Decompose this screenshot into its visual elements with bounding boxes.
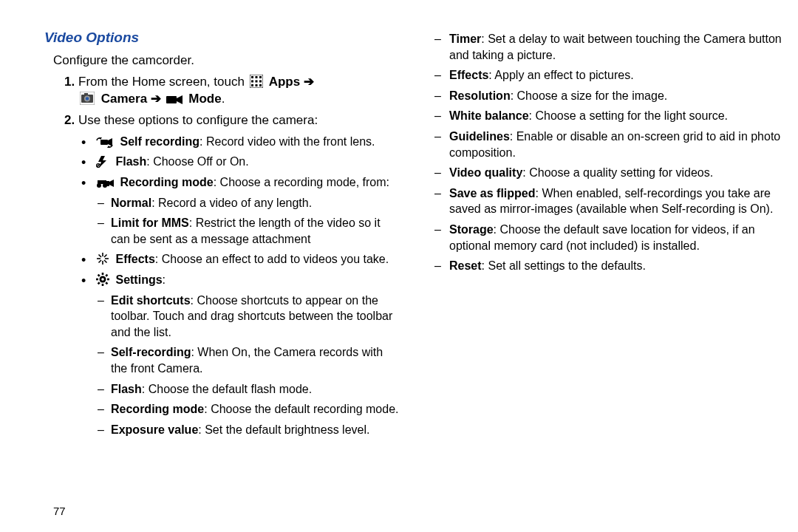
normal-desc: : Record a video of any length. [151,197,312,209]
flash2-label: Flash [111,383,142,395]
settings-sublist-continued: Timer: Set a delay to wait between touch… [429,31,783,274]
svg-rect-27 [106,181,109,186]
gear-icon [96,273,109,286]
selfrec2-label: Self-recording [111,346,191,358]
arrow2: ➔ [151,92,161,106]
step2-bullets: Self recording: Record video with the fr… [78,134,399,438]
svg-rect-8 [255,84,257,86]
svg-rect-41 [107,279,109,281]
step-1: From the Home screen, touch Apps ➔ Camer… [78,74,399,108]
whitebal-desc: : Choose a setting for the light source. [529,109,728,122]
resolution-label: Resolution [449,89,511,102]
saveflip-label: Save as flipped [449,187,536,200]
dash-limit-mms: Limit for MMS: Restrict the length of th… [95,215,399,247]
svg-rect-4 [251,81,253,83]
apps-grid-icon [250,75,263,88]
expval-label: Exposure value [111,423,198,436]
resolution-desc: : Choose a size for the image. [511,89,668,102]
dash-flash: Flash: Choose the default flash mode. [95,381,399,398]
effects-desc: : Choose an effect to add to videos you … [155,253,389,265]
storage-label: Storage [449,223,494,236]
svg-point-13 [86,97,89,100]
whitebal-label: White balance [449,109,529,122]
svg-rect-9 [259,84,262,86]
timer-label: Timer [449,33,481,45]
dash-edit-shortcuts: Edit shortcuts: Choose shortcuts to appe… [95,293,399,341]
step1-lead: From the Home screen, touch [78,75,245,89]
bullet-flash: Flash: Choose Off or On. [78,154,399,170]
svg-rect-45 [105,282,108,284]
camera-label: Camera [101,92,147,106]
svg-rect-15 [166,96,177,103]
self-recording-desc: : Record video with the front lens. [200,135,375,148]
dash-effects-r: Effects: Apply an effect to pictures. [429,67,783,83]
recmode2-desc: : Choose the default recording mode. [204,403,398,415]
dash-resolution: Resolution: Choose a size for the image. [429,88,783,104]
effects-icon [96,252,109,265]
settings-sublist: Edit shortcuts: Choose shortcuts to appe… [95,293,399,438]
arrow1: ➔ [304,75,314,89]
svg-rect-14 [84,93,88,95]
dash-storage: Storage: Choose the default save locatio… [429,222,783,253]
svg-line-35 [99,260,102,263]
expval-desc: : Set the default brightness level. [198,423,369,436]
svg-rect-3 [259,76,262,78]
svg-rect-1 [251,76,253,78]
settings-colon: : [163,273,166,286]
svg-rect-5 [255,81,257,83]
svg-rect-40 [96,279,98,281]
svg-line-34 [104,260,107,263]
dash-self-recording: Self-recording: When On, the Camera reco… [95,344,399,376]
vidqual-desc: : Choose a quality setting for videos. [522,166,713,179]
svg-marker-28 [109,180,114,187]
dash-exposure-value: Exposure value: Set the default brightne… [95,422,399,438]
svg-rect-42 [105,274,108,277]
svg-point-46 [101,278,104,281]
settings-label: Settings [115,273,162,286]
self-recording-label: Self recording [120,135,200,148]
step2-lead: Use these options to configure the camer… [78,113,318,127]
svg-rect-39 [102,284,104,286]
limitmms-label: Limit for MMS [111,216,189,229]
bullet-settings: Settings: Edit shortcuts: Choose shortcu… [78,272,399,437]
reset-desc: : Set all settings to the defaults. [482,259,646,272]
dash-normal: Normal: Record a video of any length. [95,195,399,211]
normal-label: Normal [111,197,151,209]
svg-rect-44 [98,274,100,277]
svg-rect-26 [98,180,106,184]
recording-mode-sublist: Normal: Record a video of any length. Li… [95,195,399,248]
camera-app-icon [80,92,95,105]
intro-text: Configure the camcorder. [53,53,399,68]
recording-mode-desc: : Choose a recording mode, from: [214,176,389,188]
recording-mode-label: Recording mode [120,176,213,188]
manual-page: Video Options Configure the camcorder. F… [0,0,798,532]
timer-desc: : Set a delay to wait between touching t… [449,33,782,61]
dash-guidelines: Guidelines: Enable or disable an on-scre… [429,129,783,160]
dash-reset: Reset: Set all settings to the defaults. [429,258,783,274]
camcorder-mode-icon [166,95,183,105]
vidqual-label: Video quality [449,166,522,179]
right-column: Timer: Set a delay to wait between touch… [429,22,783,279]
self-recording-icon [96,137,114,148]
svg-line-36 [104,255,107,258]
bullet-self-recording: Self recording: Record video with the fr… [78,134,399,150]
dash-save-flipped: Save as flipped: When enabled, self-reco… [429,185,783,217]
svg-rect-2 [255,76,257,78]
dash-recording-mode: Recording mode: Choose the default recor… [95,401,399,417]
dash-white-balance: White balance: Choose a setting for the … [429,108,783,124]
svg-rect-6 [259,81,262,83]
storage-desc: : Choose the default save location for v… [449,223,755,252]
svg-rect-43 [98,282,100,284]
mode-label: Mode [188,92,221,106]
svg-rect-7 [251,84,253,86]
effects-r-desc: : Apply an effect to pictures. [488,69,633,81]
left-column: Video Options Configure the camcorder. F… [44,22,399,442]
svg-line-33 [99,255,102,258]
flash2-desc: : Choose the default flash mode. [142,383,312,395]
flash-icon [96,156,109,168]
bullet-effects: Effects: Choose an effect to add to vide… [78,251,399,267]
step1-period: . [222,92,225,106]
svg-rect-38 [102,273,104,275]
svg-rect-17 [100,140,108,145]
flash-desc: : Choose Off or On. [146,155,248,168]
